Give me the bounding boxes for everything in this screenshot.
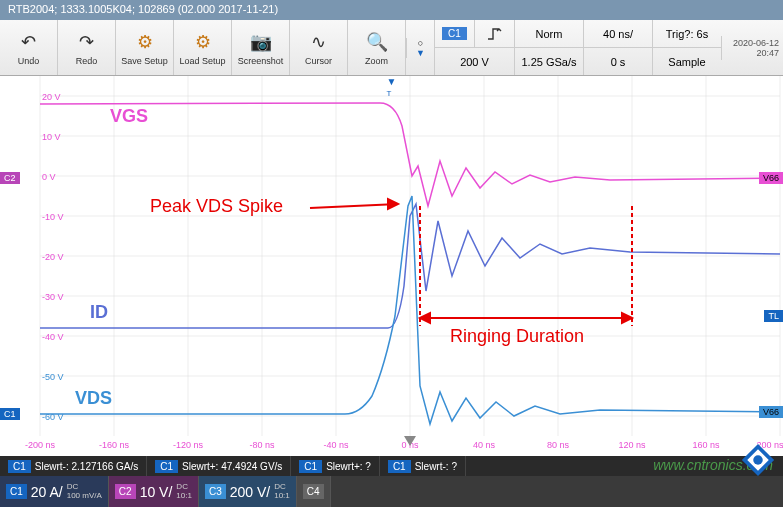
svg-text:-200 ns: -200 ns [25, 440, 56, 450]
svg-text:80 ns: 80 ns [547, 440, 570, 450]
measurement-1[interactable]: C1Slewrt-: 2.127166 GA/s [0, 456, 147, 476]
cursor-label: Cursor [305, 56, 332, 66]
svg-text:-120 ns: -120 ns [173, 440, 204, 450]
zoom-button[interactable]: 🔍 Zoom [348, 20, 406, 75]
redo-label: Redo [76, 56, 98, 66]
c1-meas-badge: C1 [8, 460, 31, 473]
svg-text:-50 V: -50 V [42, 372, 64, 382]
c4-name: C4 [303, 484, 324, 499]
trigger-position-marker[interactable]: ▼T [387, 76, 397, 98]
ringing-annotation: Ringing Duration [450, 326, 584, 347]
c1-gnd-marker[interactable]: C1 [0, 408, 20, 420]
svg-text:-40 ns: -40 ns [323, 440, 349, 450]
horizontal-delay[interactable]: 0 s [583, 48, 652, 75]
svg-text:-160 ns: -160 ns [99, 440, 130, 450]
datetime-display: 2020-06-12 20:47 [721, 36, 783, 60]
measurement-4[interactable]: C1Slewrt-: ? [380, 456, 466, 476]
wave-icon: ∿ [311, 30, 326, 54]
zoom-label: Zoom [365, 56, 388, 66]
acquisition-mode[interactable]: Sample [652, 48, 721, 75]
undo-button[interactable]: ↶ Undo [0, 20, 58, 75]
svg-marker-46 [622, 313, 632, 323]
svg-line-40 [310, 204, 398, 208]
load-setup-label: Load Setup [179, 56, 225, 66]
svg-text:0 V: 0 V [42, 172, 56, 182]
c1-scale: 20 A/ [31, 484, 63, 500]
svg-text:160 ns: 160 ns [692, 440, 720, 450]
undo-icon: ↶ [21, 30, 36, 54]
c2-gnd-marker[interactable]: C2 [0, 172, 20, 184]
svg-marker-45 [420, 313, 430, 323]
rs-logo-icon [739, 441, 777, 479]
redo-button[interactable]: ↷ Redo [58, 20, 116, 75]
measurement-3[interactable]: C1Slewrt+: ? [291, 456, 380, 476]
date-text: 2020-06-12 [726, 38, 779, 48]
svg-text:-30 V: -30 V [42, 292, 64, 302]
c3-scale: 200 V/ [230, 484, 270, 500]
channel-2[interactable]: C2 10 V/ DC10:1 [109, 476, 199, 507]
svg-text:20 V: 20 V [42, 92, 61, 102]
save-setup-button[interactable]: ⚙ Save Setup [116, 20, 174, 75]
v66-marker-a: V66 [759, 172, 783, 184]
load-setup-button[interactable]: ⚙ Load Setup [174, 20, 232, 75]
magnifier-icon: 🔍 [366, 30, 388, 54]
c1-meas-badge-3: C1 [299, 460, 322, 473]
c2-name: C2 [115, 484, 136, 499]
sample-rate: 1.25 GSa/s [514, 48, 583, 75]
svg-text:40 ns: 40 ns [473, 440, 496, 450]
svg-point-50 [753, 455, 763, 465]
cursor-button[interactable]: ∿ Cursor [290, 20, 348, 75]
window-titlebar: RTB2004; 1333.1005K04; 102869 (02.000 20… [0, 0, 783, 20]
svg-text:-10 V: -10 V [42, 212, 64, 222]
timebase[interactable]: 40 ns/ [583, 20, 652, 47]
v66-marker-b: V66 [759, 406, 783, 418]
screenshot-label: Screenshot [238, 56, 284, 66]
svg-text:120 ns: 120 ns [618, 440, 646, 450]
camera-icon: 📷 [250, 30, 272, 54]
id-label: ID [90, 302, 108, 323]
svg-text:-80 ns: -80 ns [249, 440, 275, 450]
tl-marker: TL [764, 310, 783, 322]
c1-badge: C1 [442, 27, 467, 40]
title-text: RTB2004; 1333.1005K04; 102869 (02.000 20… [8, 3, 278, 15]
channel-4[interactable]: C4 [297, 476, 331, 507]
c2-scale: 10 V/ [140, 484, 173, 500]
c1-meas-badge-4: C1 [388, 460, 411, 473]
svg-marker-41 [388, 199, 398, 209]
plot-canvas: 20 V10 V0 V-10 V-20 V-30 V-40 V -50 V-60… [0, 76, 783, 456]
vgs-label: VGS [110, 106, 148, 127]
acquisition-info: C1 Norm 40 ns/ Trig?: 6s 200 V 1.25 GSa/… [434, 20, 721, 75]
toolbar: ↶ Undo ↷ Redo ⚙ Save Setup ⚙ Load Setup … [0, 20, 783, 76]
trigger-level-indicator[interactable]: ○ ▼ [406, 38, 434, 58]
gear-plus-icon: ⚙ [137, 30, 153, 54]
trigger-status: Trig?: 6s [652, 20, 721, 47]
measurement-2[interactable]: C1Slewrt+: 47.4924 GV/s [147, 456, 291, 476]
svg-text:-20 V: -20 V [42, 252, 64, 262]
trigger-source[interactable]: C1 [434, 20, 474, 47]
channel-1[interactable]: C1 20 A/ DC100 mV/A [0, 476, 109, 507]
undo-label: Undo [18, 56, 40, 66]
svg-text:-40 V: -40 V [42, 332, 64, 342]
waveform-display[interactable]: ▼T 20 V10 V0 V-10 V-20 V-30 V-40 V -50 V… [0, 76, 783, 456]
trigger-mode[interactable]: Norm [514, 20, 583, 47]
vds-label: VDS [75, 388, 112, 409]
gear-folder-icon: ⚙ [195, 30, 211, 54]
peak-annotation: Peak VDS Spike [150, 196, 283, 217]
redo-icon: ↷ [79, 30, 94, 54]
svg-text:10 V: 10 V [42, 132, 61, 142]
channel-bar: C1 20 A/ DC100 mV/A C2 10 V/ DC10:1 C3 2… [0, 476, 783, 507]
screenshot-button[interactable]: 📷 Screenshot [232, 20, 290, 75]
channel-3[interactable]: C3 200 V/ DC10:1 [199, 476, 297, 507]
rising-edge-icon [487, 27, 503, 41]
c3-name: C3 [205, 484, 226, 499]
time-text: 20:47 [726, 48, 779, 58]
trigger-level[interactable]: 200 V [434, 48, 514, 75]
c1-meas-badge-2: C1 [155, 460, 178, 473]
save-setup-label: Save Setup [121, 56, 168, 66]
trigger-edge[interactable] [474, 20, 514, 47]
c1-name: C1 [6, 484, 27, 499]
